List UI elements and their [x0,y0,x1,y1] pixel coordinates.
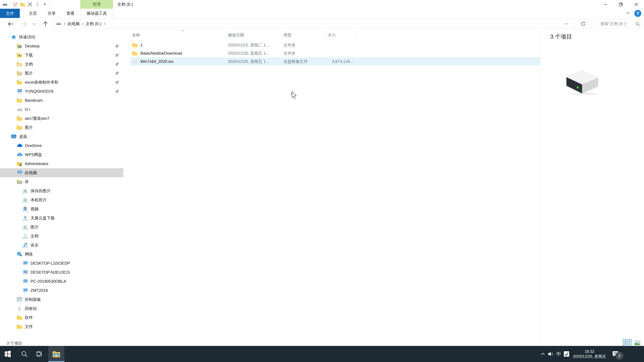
sidebar-item-camera-roll[interactable]: 本机照片 [0,195,123,204]
star-icon [11,34,17,40]
sidebar-item-administrator[interactable]: Administrator [0,159,123,168]
sidebar-item-files[interactable]: 文件 [0,322,123,331]
sidebar-item-desktop-lssoedp[interactable]: DESKTOP-LSSOEDP [0,259,123,268]
search-icon[interactable] [635,21,640,27]
tab-file[interactable]: 文件 [0,9,20,18]
restore-button[interactable] [613,0,628,9]
breadcrumb-item-docs-e[interactable]: 文档 (E:) [84,21,103,26]
thumbnail-view-button[interactable] [633,339,642,347]
pin-icon [114,43,120,50]
toolbar-separator [10,1,10,7]
sidebar-item-label: DESKTOP-NJEU3CG [30,270,70,275]
close-button[interactable] [628,0,644,9]
tray-ime-indicator[interactable]: 中 [555,346,562,362]
sidebar-item-tianyi-download[interactable]: 天翼云盘下载 [0,214,123,223]
sidebar-item-desktop-root[interactable]: 桌面 [0,132,123,141]
start-button[interactable] [0,346,16,362]
file-type: 光盘映像文件 [282,59,326,64]
column-header-date[interactable]: 修改日期 [226,31,282,39]
sidebar-item-recycle-bin[interactable]: 回收站 [0,304,123,313]
up-button[interactable] [41,19,50,28]
breadcrumb-item-this-pc[interactable]: 此电脑 [66,21,81,26]
taskbar-file-explorer-button[interactable] [48,346,64,362]
sidebar-item-lib-pictures[interactable]: 图片 [0,223,123,232]
sidebar-item-this-pc[interactable]: 此电脑 [0,168,123,177]
sidebar-item-label: 天翼云盘下载 [30,215,55,221]
minimize-button[interactable] [598,0,613,9]
sidebar-item-label: Desktop [25,44,40,48]
sidebar-item-g-drive[interactable]: ?G:\ [0,105,123,114]
sidebar-item-yunqishi2019[interactable]: YUNQISHI2019 [0,87,123,96]
sidebar-item-videos[interactable]: 视频 [0,204,123,214]
sidebar-item-label: 视频 [30,206,38,212]
tray-volume-button[interactable] [546,346,555,362]
back-button[interactable] [6,19,15,28]
tab-share[interactable]: 共享 [42,9,61,18]
address-bar[interactable]: 此电脑文档 (E:) [53,19,558,28]
recent-locations-button[interactable] [31,19,38,28]
sidebar-item-pictures2[interactable]: 图片 [0,123,123,132]
sidebar-item-pc-20190530obla[interactable]: PC-20190530OBLA [0,277,123,286]
sidebar-item-music[interactable]: 音乐 [0,241,123,250]
sidebar-item-excel-folder[interactable]: excel表格制作求和 [0,78,123,87]
file-row[interactable]: BaiduNetdiskDownload2020/12/25, 星期五 1...… [130,49,540,57]
qat-delete-button[interactable] [26,1,34,8]
tray-notification-button[interactable]: 3 [609,346,622,362]
sidebar-item-label: 控制面板 [25,297,41,302]
tab-view[interactable]: 查看 [61,9,80,18]
context-tab-group-manage[interactable]: 管理 [80,0,113,9]
up-arrow-icon [43,21,48,27]
tray-show-hidden-icons-button[interactable] [539,346,546,362]
qat-dropdown-button[interactable] [41,1,48,8]
sidebar-item-network[interactable]: 网络 [0,250,123,259]
qat-drive-small-button[interactable] [1,1,9,8]
file-rows: 12020/12/15, 星期二 1...文件夹BaiduNetdiskDown… [130,41,540,65]
task-view-button[interactable] [31,346,47,362]
sidebar-item-pictures[interactable]: 图片 [0,69,123,78]
help-button[interactable]: ? [634,10,641,17]
sidebar-item-software[interactable]: 软件 [0,313,123,322]
file-name: Win7x64_2020.iso [140,59,174,64]
refresh-button[interactable] [574,19,592,28]
sidebar-item-saved-pictures[interactable]: 保存的图片 [0,186,123,195]
sort-ascending-icon [180,29,185,32]
tray-app-icon[interactable] [562,346,571,362]
sidebar-item-bandicam[interactable]: Bandicam [0,96,123,105]
lib-videos-icon [22,206,28,212]
tab-home[interactable]: 主页 [24,9,42,18]
sidebar-item-label: Administrator [25,161,48,166]
sidebar-item-control-panel[interactable]: 控制面板 [0,295,123,304]
file-type: 文件夹 [282,42,326,48]
sidebar-item-libraries[interactable]: 库 [0,177,123,186]
column-header-type[interactable]: 类型 [282,31,326,39]
tray-clock[interactable]: 16:32 2020/12/25, 星期五 [571,346,608,362]
details-view-button[interactable] [623,339,632,347]
window-title: 文档 (E:) [118,0,133,9]
tab-drive-tools[interactable]: 驱动器工具 [80,9,113,18]
ribbon-expand-button[interactable] [625,11,631,16]
sidebar-item-win7-folder[interactable]: win7重装win7 [0,114,123,123]
qat-recycle-small-button[interactable] [34,1,41,8]
file-row[interactable]: 12020/12/15, 星期二 1...文件夹 [130,41,540,49]
qat-folder-button[interactable] [19,1,26,8]
sidebar-item-desktop-folder[interactable]: Desktop [0,41,123,51]
sidebar-item-downloads[interactable]: 下载 [0,51,123,60]
column-header-size[interactable]: 大小 [326,31,355,39]
sidebar-item-zmt2019[interactable]: ZMT2019 [0,286,123,295]
column-header-name[interactable]: 名称 [130,31,226,39]
sidebar-item-onedrive[interactable]: OneDrive [0,141,123,150]
sidebar-item-documents[interactable]: 文档 [0,60,123,69]
file-row[interactable]: Win7x64_2020.iso2020/12/25, 星期五 1...光盘映像… [130,57,540,65]
forward-button[interactable] [20,19,28,28]
user-folder-icon [16,161,22,167]
sidebar-item-desktop-njeu3cg[interactable]: DESKTOP-NJEU3CG [0,268,123,277]
sidebar-item-label: 音乐 [30,243,38,248]
back-arrow-icon [7,21,14,27]
sidebar-item-quick-access[interactable]: 快速访问 [0,32,123,41]
address-dropdown-button[interactable] [558,19,575,28]
qat-checkbox-button[interactable] [12,1,19,8]
taskbar-search-button[interactable] [16,346,32,362]
file-date: 2020/12/25, 星期五 1... [226,59,282,64]
sidebar-item-lib-documents[interactable]: 文档 [0,232,123,241]
sidebar-item-wps-cloud[interactable]: WPS网盘 [0,150,123,159]
